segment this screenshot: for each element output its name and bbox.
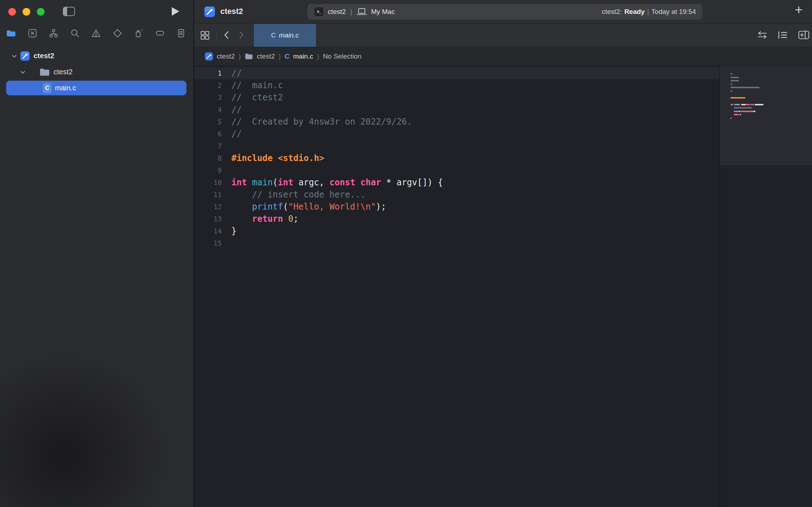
minimap[interactable] bbox=[720, 66, 812, 507]
code-area[interactable]: 1//2// main.c3// ctest24//5// Created by… bbox=[194, 66, 720, 507]
breakpoints-navigator-icon[interactable] bbox=[155, 28, 165, 39]
line-number[interactable]: 13 bbox=[194, 213, 222, 225]
chevron-right-icon: ⟩ bbox=[350, 8, 352, 16]
tab-main-c[interactable]: C main.c bbox=[254, 24, 316, 47]
line-text: // ctest2 bbox=[222, 91, 283, 104]
code-line[interactable]: 4// bbox=[194, 104, 720, 116]
c-file-icon: C bbox=[285, 52, 290, 60]
reports-navigator-icon[interactable] bbox=[176, 28, 186, 39]
tab-label: main.c bbox=[279, 31, 299, 39]
line-number[interactable]: 7 bbox=[194, 140, 222, 152]
divider bbox=[217, 30, 217, 40]
code-line[interactable]: 5// Created by 4nsw3r on 2022/9/26. bbox=[194, 116, 720, 128]
jumpbar-item-project[interactable]: ctest2 bbox=[217, 52, 235, 60]
jumpbar-item-file[interactable]: main.c bbox=[293, 52, 313, 60]
tree-item-label: ctest2 bbox=[34, 52, 54, 60]
back-icon[interactable] bbox=[222, 29, 231, 41]
chevron-down-icon[interactable] bbox=[20, 69, 26, 75]
debug-navigator-icon[interactable] bbox=[133, 28, 144, 39]
tree-item-file-selected[interactable]: C main.c bbox=[0, 80, 194, 96]
main-area: ctest2 >_ ctest2 ⟩ My Mac ctest2: Ready … bbox=[194, 0, 812, 507]
editor-options-lines-icon[interactable] bbox=[777, 30, 788, 40]
run-button[interactable] bbox=[171, 6, 180, 16]
project-navigator-icon[interactable] bbox=[6, 28, 16, 39]
code-line[interactable]: 11 // insert code here... bbox=[194, 189, 720, 201]
line-text: int main(int argc, const char * argv[]) … bbox=[222, 176, 443, 189]
zoom-button[interactable] bbox=[37, 8, 45, 16]
jumpbar-item-group[interactable]: ctest2 bbox=[257, 52, 275, 60]
c-file-icon: C bbox=[43, 83, 51, 93]
code-line[interactable]: 15 bbox=[194, 237, 720, 249]
line-number[interactable]: 8 bbox=[194, 152, 222, 164]
sidebar-shadow bbox=[0, 332, 193, 507]
line-text bbox=[222, 140, 231, 152]
minimize-button[interactable] bbox=[22, 8, 30, 16]
line-number[interactable]: 15 bbox=[194, 237, 222, 249]
code-line[interactable]: 8#include <stdio.h> bbox=[194, 152, 720, 164]
line-number[interactable]: 11 bbox=[194, 189, 222, 201]
code-line[interactable]: 13 return 0; bbox=[194, 213, 720, 225]
laptop-icon bbox=[356, 8, 367, 16]
line-number[interactable]: 14 bbox=[194, 225, 222, 237]
line-text bbox=[222, 237, 231, 249]
line-text: // bbox=[222, 128, 242, 140]
line-number[interactable]: 5 bbox=[194, 116, 222, 128]
line-number[interactable]: 2 bbox=[194, 79, 222, 91]
tree-item-project[interactable]: ctest2 bbox=[0, 48, 194, 64]
terminal-target-icon: >_ bbox=[314, 7, 324, 17]
scheme-activity-bar[interactable]: >_ ctest2 ⟩ My Mac ctest2: Ready | Today… bbox=[307, 4, 702, 20]
chevron-down-icon[interactable] bbox=[11, 53, 17, 59]
chevron-right-icon: ⟩ bbox=[239, 52, 241, 60]
editor-arrows-icon[interactable] bbox=[757, 30, 768, 40]
line-text: return 0; bbox=[222, 213, 299, 225]
tree-item-label: main.c bbox=[55, 84, 76, 92]
code-line[interactable]: 9 bbox=[194, 164, 720, 176]
close-button[interactable] bbox=[8, 8, 16, 16]
find-navigator-icon[interactable] bbox=[70, 28, 80, 39]
code-line[interactable]: 12 printf("Hello, World!\n"); bbox=[194, 201, 720, 213]
line-text: // bbox=[222, 104, 242, 116]
traffic-lights bbox=[8, 8, 45, 16]
code-line[interactable]: 6// bbox=[194, 128, 720, 140]
status-separator: | bbox=[647, 8, 649, 16]
related-items-grid-icon[interactable] bbox=[200, 31, 210, 40]
line-number[interactable]: 12 bbox=[194, 201, 222, 213]
line-text bbox=[222, 164, 231, 176]
scheme-target[interactable]: ctest2 bbox=[328, 8, 346, 16]
issues-navigator-icon[interactable] bbox=[91, 28, 101, 39]
line-number[interactable]: 4 bbox=[194, 104, 222, 116]
library-add-button[interactable]: + bbox=[795, 2, 803, 17]
line-number[interactable]: 1 bbox=[194, 67, 222, 79]
sidebar-toggle-icon[interactable] bbox=[63, 7, 75, 16]
code-editor: 1//2// main.c3// ctest24//5// Created by… bbox=[194, 66, 812, 507]
line-number[interactable]: 9 bbox=[194, 164, 222, 176]
editor-tab-bar: C main.c bbox=[194, 24, 812, 47]
tree-item-label: ctest2 bbox=[54, 68, 72, 76]
code-line[interactable]: 3// ctest2 bbox=[194, 91, 720, 104]
jumpbar-item-selection[interactable]: No Selection bbox=[323, 52, 361, 60]
code-line[interactable]: 14} bbox=[194, 225, 720, 237]
line-number[interactable]: 6 bbox=[194, 128, 222, 140]
window-controls-bar bbox=[0, 0, 194, 23]
forward-icon[interactable] bbox=[237, 29, 245, 41]
line-text: // main.c bbox=[222, 79, 283, 91]
status-time: Today at 19:54 bbox=[651, 8, 696, 16]
scheme-destination[interactable]: My Mac bbox=[371, 8, 395, 16]
jump-bar: ctest2 ⟩ ctest2 ⟩ C main.c ⟩ No Selectio… bbox=[194, 47, 812, 66]
line-text: } bbox=[222, 225, 236, 237]
add-editor-icon[interactable] bbox=[798, 30, 810, 40]
tree-item-group[interactable]: ctest2 bbox=[0, 64, 194, 80]
code-line[interactable]: 7 bbox=[194, 140, 720, 152]
window-title: ctest2 bbox=[220, 7, 243, 16]
source-control-icon[interactable] bbox=[27, 28, 38, 39]
tests-navigator-icon[interactable] bbox=[112, 28, 123, 39]
line-text: // insert code here... bbox=[222, 189, 366, 201]
line-number[interactable]: 3 bbox=[194, 91, 222, 104]
line-text: printf("Hello, World!\n"); bbox=[222, 201, 386, 213]
status-state: Ready bbox=[624, 8, 645, 16]
symbols-navigator-icon[interactable] bbox=[48, 28, 59, 39]
code-line[interactable]: 1// bbox=[194, 67, 720, 79]
code-line[interactable]: 10int main(int argc, const char * argv[]… bbox=[194, 176, 720, 189]
line-number[interactable]: 10 bbox=[194, 176, 222, 189]
code-line[interactable]: 2// main.c bbox=[194, 79, 720, 91]
